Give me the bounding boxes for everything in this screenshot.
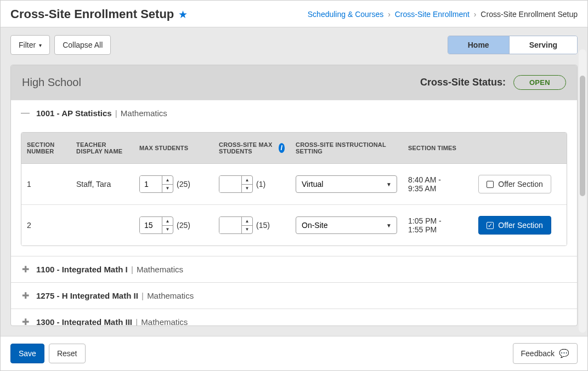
filter-button[interactable]: Filter ▾ [10,35,50,55]
table-header: Section Number Teacher Display Name Max … [21,133,567,164]
step-down-icon[interactable]: ▼ [162,225,173,234]
course-code: 1300 - Integrated Math III [36,317,132,326]
cell-teacher: Staff, Tara [71,174,134,194]
school-name: High School [22,76,81,89]
max-cap: (25) [177,221,190,230]
setting-select[interactable]: Virtual [296,175,397,193]
chat-icon: 💬 [559,349,569,358]
table-row: 2 ▲ ▼ (25) [21,205,567,246]
tab-home[interactable]: Home [448,36,509,54]
breadcrumb-link-scheduling[interactable]: Scheduling & Courses [308,10,384,19]
chevron-right-icon: › [474,10,477,19]
expand-icon: ✚ [21,290,30,301]
page-title: Cross-Site Enrollment Setup [10,7,174,21]
offer-section-button[interactable]: Offer Section [478,216,551,235]
cell-section-number: 2 [21,215,71,235]
max-students-input[interactable] [140,217,162,233]
status-wrap: Cross-Site Status: OPEN [420,75,566,90]
step-up-icon[interactable]: ▲ [242,176,252,184]
th-cs-max: Cross-Site Max Students i [213,133,290,163]
cell-offer: Offer Section [463,169,567,199]
cell-offer: Offer Section [463,210,567,240]
th-section-number: Section Number [21,133,71,163]
th-max: Max Students [134,133,213,163]
course-row[interactable]: ✚ 1100 - Integrated Math I | Mathematics [11,256,577,282]
save-button[interactable]: Save [10,344,44,363]
expand-icon: ✚ [21,264,30,275]
max-students-input[interactable] [140,176,162,192]
toolbar-left: Filter ▾ Collapse All [10,35,111,55]
toolbar: Filter ▾ Collapse All Home Serving [10,35,578,55]
course-row[interactable]: — 1001 - AP Statistics | Mathematics [11,100,577,125]
feedback-button[interactable]: Feedback 💬 [513,343,578,364]
cs-max-cap: (1) [256,180,265,189]
course-code: 1100 - Integrated Math I [36,265,128,274]
step-down-icon[interactable]: ▼ [242,225,252,234]
cell-teacher [71,220,134,231]
footer: Save Reset Feedback 💬 [1,336,587,370]
table-row: 1 Staff, Tara ▲ ▼ [21,164,567,205]
th-offer [463,133,567,163]
content-area: Filter ▾ Collapse All Home Serving High … [1,27,587,336]
offer-section-button[interactable]: Offer Section [478,175,551,193]
info-icon[interactable]: i [279,143,285,153]
favorite-star-icon[interactable]: ★ [178,8,188,21]
breadcrumb: Scheduling & Courses › Cross-Site Enroll… [308,10,578,19]
cell-max: ▲ ▼ (25) [134,211,213,239]
breadcrumb-current: Cross-Site Enrollment Setup [480,10,578,19]
step-up-icon[interactable]: ▲ [242,217,252,225]
status-label: Cross-Site Status: [420,77,506,88]
filter-label: Filter [19,41,36,49]
expand-icon: ✚ [21,317,30,326]
scrollbar-thumb[interactable] [580,76,585,196]
collapse-all-button[interactable]: Collapse All [54,35,111,55]
max-students-stepper[interactable]: ▲ ▼ [139,175,173,193]
th-times: Section Times [403,133,463,163]
step-up-icon[interactable]: ▲ [162,176,173,184]
course-row[interactable]: ✚ 1275 - H Integrated Math II | Mathemat… [11,282,577,309]
status-badge: OPEN [513,75,566,90]
cell-max: ▲ ▼ (25) [134,170,213,198]
max-students-stepper[interactable]: ▲ ▼ [139,216,173,234]
cs-max-input[interactable] [219,217,241,233]
chevron-down-icon: ▾ [39,42,42,48]
tab-serving[interactable]: Serving [509,36,577,54]
step-down-icon[interactable]: ▼ [162,184,173,193]
school-header: High School Cross-Site Status: OPEN [11,65,577,100]
course-code: 1001 - AP Statistics [36,109,112,118]
th-setting: Cross-Site Instructional Setting [290,133,403,163]
checkbox-checked-icon [487,222,494,229]
sections-panel: Section Number Teacher Display Name Max … [11,125,577,256]
course-row[interactable]: ✚ 1300 - Integrated Math III | Mathemati… [11,309,577,326]
th-teacher: Teacher Display Name [71,133,134,163]
checkbox-empty-icon [487,181,494,188]
collapse-icon: — [21,108,30,118]
cell-cs-max: ▲ ▼ (1) [213,170,290,198]
step-up-icon[interactable]: ▲ [162,217,173,225]
chevron-right-icon: › [388,10,391,19]
breadcrumb-link-cse[interactable]: Cross-Site Enrollment [395,10,470,19]
course-code: 1275 - H Integrated Math II [36,291,138,300]
setting-select[interactable]: On-Site [296,216,397,234]
course-dept: Mathematics [137,265,183,274]
page-title-wrap: Cross-Site Enrollment Setup ★ [10,7,188,21]
cell-cs-max: ▲ ▼ (15) [213,211,290,239]
app-shell: Cross-Site Enrollment Setup ★ Scheduling… [0,0,588,371]
step-down-icon[interactable]: ▼ [242,184,252,193]
course-dept: Mathematics [141,317,188,326]
course-dept: Mathematics [121,109,167,118]
scrollbar[interactable] [579,49,586,333]
home-serving-tabs: Home Serving [448,36,578,54]
page-header: Cross-Site Enrollment Setup ★ Scheduling… [1,1,587,27]
cell-setting: Virtual [290,170,403,198]
cs-max-input[interactable] [219,176,241,192]
cell-setting: On-Site [290,211,403,239]
cs-max-stepper[interactable]: ▲ ▼ [219,216,253,234]
cell-section-number: 1 [21,174,71,194]
cs-max-stepper[interactable]: ▲ ▼ [219,175,253,193]
reset-button[interactable]: Reset [49,344,86,363]
school-card: High School Cross-Site Status: OPEN — 10… [10,65,578,326]
cell-times: 1:05 PM - 1:55 PM [403,211,463,239]
cell-times: 8:40 AM - 9:35 AM [403,170,463,198]
sections-table: Section Number Teacher Display Name Max … [21,132,567,246]
